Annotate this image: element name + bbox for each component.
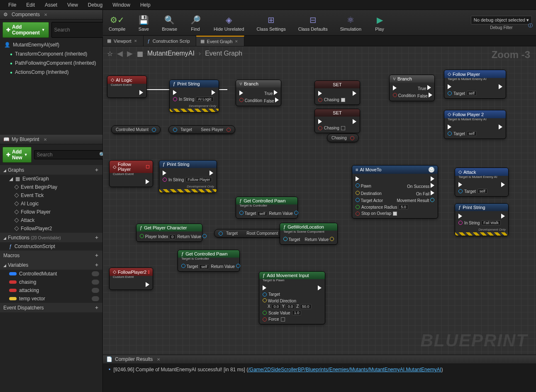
- graph-event[interactable]: Follow Player: [0, 208, 102, 216]
- node-get-controlled-pawn[interactable]: ƒ Get Controlled Pawn Target is Controll…: [178, 250, 240, 272]
- node-print-string[interactable]: ƒ Print String In String AI Logic Develo…: [169, 80, 219, 112]
- graph-canvas[interactable]: ☆ ◀ ▶ ▦ MutantEnemyAI › Event Graph Zoom…: [103, 46, 536, 355]
- checkbox-icon[interactable]: [341, 98, 345, 102]
- close-icon[interactable]: ✕: [235, 39, 238, 44]
- watermark: BLUEPRINT: [421, 331, 528, 351]
- compiler-link[interactable]: /Game/2DSideScrollerBP/Blueprints/Enemie…: [248, 367, 441, 373]
- visibility-toggle[interactable]: [92, 296, 99, 301]
- class-settings-button[interactable]: ⊞Class Settings: [255, 13, 287, 32]
- components-header: ⚙ Components ✕: [0, 10, 102, 19]
- node-attack-call[interactable]: ◇ Attack Target is Mutant Enemy AI Targe…: [455, 168, 509, 197]
- pill-controlled-mutant[interactable]: Controlled Mutant: [111, 125, 161, 134]
- myblueprint-search-input[interactable]: [37, 152, 99, 158]
- component-item[interactable]: ●PathFollowingComponent (Inherited): [0, 58, 102, 68]
- add-macro-button[interactable]: ＋: [94, 252, 99, 259]
- node-ai-moveto[interactable]: ≡ AI MoveTo🕓 PawnOn Success DestinationO…: [352, 165, 438, 219]
- component-item[interactable]: ●ActionsComp (Inherited): [0, 68, 102, 77]
- node-set-chasing-true[interactable]: SET Chasing: [314, 80, 360, 105]
- checkbox-icon[interactable]: [393, 212, 397, 216]
- graph-event[interactable]: Event Tick: [0, 191, 102, 200]
- macros-section[interactable]: Macros＋: [0, 251, 102, 260]
- pill-root-component[interactable]: Target Root Component: [214, 229, 290, 238]
- simulation-button[interactable]: ⚛Simulation: [339, 13, 363, 32]
- add-variable-button[interactable]: ＋: [94, 261, 99, 268]
- variable-item[interactable]: ControlledMutant: [0, 270, 102, 278]
- info-icon[interactable]: ⓘ: [528, 22, 533, 29]
- breadcrumb-root[interactable]: MutantEnemyAI: [147, 50, 195, 57]
- graph-event[interactable]: FollowPlayer2: [0, 224, 102, 233]
- component-icon: ●: [10, 52, 12, 56]
- add-component-button[interactable]: ✚ Add Component▼: [2, 22, 49, 38]
- variables-section[interactable]: ◢Variables＋: [0, 260, 102, 270]
- function-item[interactable]: ƒConstructionScript: [0, 242, 102, 251]
- graph-event[interactable]: Event BeginPlay: [0, 183, 102, 191]
- node-follow-player-call[interactable]: ◇ Follow Player Target is Mutant Enemy A…: [444, 70, 506, 99]
- tab-construction[interactable]: ƒConstruction Scrip: [144, 36, 196, 46]
- var-type-icon: [9, 289, 17, 292]
- close-icon[interactable]: ✕: [44, 12, 47, 17]
- close-icon[interactable]: ✕: [157, 357, 160, 362]
- node-get-controlled-pawn[interactable]: ƒ Get Controlled Pawn Target is Controll…: [236, 197, 298, 219]
- node-set-chasing-false[interactable]: SET Chasing: [314, 109, 360, 133]
- pill-chasing[interactable]: Chasing: [327, 134, 359, 142]
- menu-asset[interactable]: Asset: [40, 0, 62, 10]
- node-ailogic-event[interactable]: ◇ AI Logic Custom Event: [107, 75, 147, 98]
- node-follow-player-event[interactable]: ◇ Follow Player Custom Event: [109, 160, 153, 187]
- node-print-string[interactable]: ƒ Print String In String Fail Walk Devel…: [455, 203, 509, 236]
- menu-file[interactable]: File: [3, 0, 21, 10]
- compile-button[interactable]: ⚙✓Compile: [107, 13, 127, 32]
- menu-debug[interactable]: Debug: [83, 0, 107, 10]
- save-button[interactable]: 💾Save: [136, 13, 151, 32]
- favorite-icon[interactable]: ☆: [107, 50, 113, 58]
- component-root[interactable]: 👤MutantEnemyAI(self): [0, 40, 102, 49]
- graph-event[interactable]: AI Logic: [0, 200, 102, 208]
- breadcrumb-leaf[interactable]: Event Graph: [205, 50, 242, 57]
- tab-eventgraph[interactable]: ▦Event Graph✕: [196, 36, 245, 46]
- variable-item[interactable]: chasing: [0, 278, 102, 286]
- play-button[interactable]: ▶Play: [372, 13, 387, 32]
- menu-edit[interactable]: Edit: [21, 0, 40, 10]
- node-follow-player2-event[interactable]: ◇ FollowPlayer2 Custom Event: [109, 268, 153, 290]
- add-function-button[interactable]: ＋: [94, 234, 99, 241]
- variable-item[interactable]: temp vector: [0, 295, 102, 303]
- tab-viewport[interactable]: ▦Viewport✕: [103, 36, 144, 46]
- add-graph-button[interactable]: ＋: [94, 166, 99, 173]
- nav-back-button[interactable]: ◀: [117, 49, 123, 58]
- node-branch[interactable]: ⑂ Branch True ConditionFalse: [389, 75, 435, 101]
- class-defaults-button[interactable]: ⊟Class Defaults: [297, 13, 329, 32]
- visibility-toggle[interactable]: [92, 271, 99, 276]
- node-get-player-character[interactable]: ƒ Get Player Character Player Index 0Ret…: [136, 224, 202, 242]
- menu-window[interactable]: Window: [107, 0, 135, 10]
- checkbox-icon[interactable]: [281, 317, 285, 321]
- node-get-world-location[interactable]: ƒ GetWorldLocation Target is Scene Compo…: [280, 223, 338, 245]
- node-branch[interactable]: ⑂ Branch True ConditionFalse: [236, 80, 281, 106]
- menu-help[interactable]: Help: [135, 0, 156, 10]
- menu-view[interactable]: View: [62, 0, 83, 10]
- close-icon[interactable]: ✕: [134, 39, 137, 43]
- add-new-button[interactable]: ✚ Add New▼: [2, 147, 32, 163]
- node-add-movement-input[interactable]: ƒ Add Movement Input Target is Pawn Targ…: [259, 271, 325, 324]
- add-dispatcher-button[interactable]: ＋: [94, 304, 99, 311]
- close-icon[interactable]: ✕: [44, 137, 47, 142]
- hide-unrelated-button[interactable]: ◈Hide Unrelated: [212, 13, 246, 32]
- variable-item[interactable]: attacking: [0, 286, 102, 295]
- graphs-section[interactable]: ◢Graphs＋: [0, 165, 102, 175]
- dispatchers-section[interactable]: Event Dispatchers＋: [0, 303, 102, 312]
- nav-fwd-button[interactable]: ▶: [127, 49, 133, 58]
- component-item[interactable]: ●TransformComponent (Inherited): [0, 49, 102, 58]
- checkbox-icon[interactable]: [341, 126, 345, 130]
- graph-root[interactable]: ◢▦ EventGraph: [0, 175, 102, 183]
- graph-event[interactable]: Attack: [0, 216, 102, 224]
- find-button[interactable]: 🔎Find: [188, 13, 203, 32]
- myblueprint-search[interactable]: 🔍: [34, 150, 108, 159]
- node-follow-player2-call[interactable]: ◇ Follow Player 2 Target is Mutant Enemy…: [444, 110, 506, 139]
- functions-section[interactable]: ◢Functions (20 Overridable)＋: [0, 233, 102, 242]
- visibility-toggle[interactable]: [92, 280, 99, 285]
- compiler-header: 📄Compiler Results✕: [103, 355, 536, 363]
- visibility-toggle[interactable]: [92, 288, 99, 293]
- node-print-string[interactable]: ƒ Print String In String Follow Player D…: [159, 160, 217, 193]
- browse-button[interactable]: 🔍Browse: [160, 13, 179, 32]
- grid-icon: ▦: [200, 39, 205, 44]
- debug-object-select[interactable]: No debug object selected ▾: [471, 16, 532, 24]
- pill-sees-player[interactable]: Target Sees Player: [168, 125, 235, 134]
